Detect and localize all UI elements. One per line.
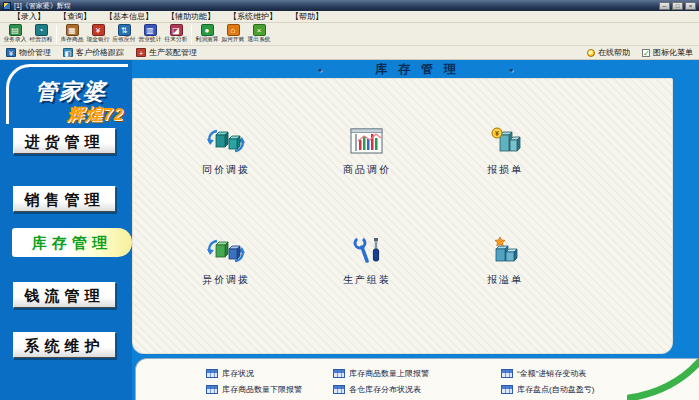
toolbar-how-to-open[interactable]: ⌂ 如何开账 bbox=[220, 24, 246, 45]
feature-label: 报溢单 bbox=[445, 273, 565, 287]
feature-label: 异价调拨 bbox=[166, 273, 286, 287]
window-title: [1]《管家婆》辉煌 bbox=[14, 1, 656, 10]
secondary-toolbar: ¥ 物价管理 ◧ 客户价格跟踪 + 生产装配管理 在线帮助 ✓ 图标化菜单 bbox=[0, 46, 699, 60]
toolbar-stock-goods[interactable]: ▦ 库存商品 bbox=[59, 24, 85, 45]
toolbar-customer-price-tracking[interactable]: ◧ 客户价格跟踪 bbox=[63, 47, 124, 58]
price-management-icon: ¥ bbox=[6, 48, 16, 57]
feature-label: 商品调价 bbox=[307, 163, 427, 177]
page-header: ● 库存管理 ● bbox=[132, 60, 699, 78]
toolbar-history[interactable]: ◔ 经营历程 bbox=[28, 24, 54, 45]
link-label: 各仓库存分布状况表 bbox=[349, 384, 421, 395]
production-assembly-icon bbox=[350, 236, 384, 266]
toolbar-label: 客户价格跟踪 bbox=[76, 47, 124, 58]
toolbar-label: 往来分析 bbox=[165, 36, 188, 43]
menu-help[interactable]: 【帮助】 bbox=[284, 11, 330, 23]
toolbar-label: 业务录入 bbox=[4, 36, 27, 43]
feature-goods-price-adjust[interactable]: 商品调价 bbox=[307, 126, 427, 177]
feature-same-price-transfer[interactable]: 同价调拨 bbox=[166, 126, 286, 177]
sidebar-item-cashflow[interactable]: 钱流管理 bbox=[13, 282, 116, 308]
main-toolbar: ▤ 业务录入 ◔ 经营历程 ▦ 库存商品 ¥ 现金银行 ⇅ 应收应付 ▥ 营业统… bbox=[0, 23, 699, 46]
report-table-icon bbox=[501, 369, 513, 378]
toolbar-label: 现金银行 bbox=[87, 36, 110, 43]
online-help[interactable]: 在线帮助 bbox=[587, 47, 630, 58]
report-table-icon bbox=[501, 385, 513, 394]
toolbar-label: 生产装配管理 bbox=[149, 47, 197, 58]
statistics-icon: ▥ bbox=[144, 24, 157, 36]
toolbar-separator bbox=[191, 25, 192, 44]
close-button[interactable]: × bbox=[685, 2, 696, 10]
feature-label: 同价调拨 bbox=[166, 163, 286, 177]
menu-basic-info[interactable]: 【基本信息】 bbox=[98, 11, 160, 23]
business-entry-icon: ▤ bbox=[9, 24, 22, 36]
toolbar-separator bbox=[56, 25, 57, 44]
feature-production-assembly[interactable]: 生产组装 bbox=[307, 236, 427, 287]
toolbar-label: 如何开账 bbox=[222, 36, 245, 43]
toolbar-label: 应收应付 bbox=[113, 36, 136, 43]
icon-menu-toggle[interactable]: ✓ 图标化菜单 bbox=[642, 47, 693, 58]
analysis-icon: ◪ bbox=[170, 24, 183, 36]
minimize-button[interactable]: ─ bbox=[659, 2, 670, 10]
overflow-report-icon bbox=[488, 236, 522, 266]
toolbar-analysis[interactable]: ◪ 往来分析 bbox=[163, 24, 189, 45]
link-label: 库存商品数量下限报警 bbox=[222, 384, 302, 395]
how-to-open-icon: ⌂ bbox=[227, 24, 240, 36]
toolbar-business-entry[interactable]: ▤ 业务录入 bbox=[2, 24, 28, 45]
report-links-strip: 库存状况 库存商品数量上限报警 “金额”进销存变动表 库存商品数量下限报警 各仓… bbox=[135, 358, 699, 400]
toolbar-label: 物价管理 bbox=[19, 47, 51, 58]
menu-query[interactable]: 【查询】 bbox=[52, 11, 98, 23]
help-bulb-icon bbox=[587, 49, 595, 57]
menu-entry[interactable]: 【录入】 bbox=[6, 11, 52, 23]
online-help-label: 在线帮助 bbox=[598, 47, 630, 58]
sidebar-item-maintenance[interactable]: 系统维护 bbox=[13, 332, 116, 358]
link-label: 库存盘点(自动盘盈亏) bbox=[517, 384, 594, 395]
feature-label: 报损单 bbox=[445, 163, 565, 177]
toolbar-statistics[interactable]: ▥ 营业统计 bbox=[137, 24, 163, 45]
customer-price-tracking-icon: ◧ bbox=[63, 48, 73, 57]
menu-aux-functions[interactable]: 【辅助功能】 bbox=[160, 11, 222, 23]
receivable-payable-icon: ⇅ bbox=[118, 24, 131, 36]
checkbox-label: 图标化菜单 bbox=[653, 47, 693, 58]
link-lower-limit-alarm[interactable]: 库存商品数量下限报警 bbox=[206, 381, 333, 397]
report-table-icon bbox=[333, 369, 345, 378]
toolbar-assembly-management[interactable]: + 生产装配管理 bbox=[136, 47, 197, 58]
report-table-icon bbox=[206, 385, 218, 394]
assembly-management-icon: + bbox=[136, 48, 146, 57]
svg-text:¥: ¥ bbox=[495, 130, 499, 137]
link-inventory-status[interactable]: 库存状况 bbox=[206, 365, 333, 381]
checkbox-icon[interactable]: ✓ bbox=[642, 49, 650, 57]
toolbar-cash-bank[interactable]: ¥ 现金银行 bbox=[85, 24, 111, 45]
toolbar-label: 利润测算 bbox=[196, 36, 219, 43]
toolbar-profit[interactable]: ● 利润测算 bbox=[194, 24, 220, 45]
corner-swoosh-decoration bbox=[627, 356, 699, 400]
app-icon bbox=[3, 2, 11, 10]
toolbar-label: 库存商品 bbox=[61, 36, 84, 43]
toolbar-exit-system[interactable]: × 退出系统 bbox=[246, 24, 272, 45]
app-window: { "colors": { "accent_blue": "#0e80d6", … bbox=[0, 0, 699, 400]
toolbar-receivable-payable[interactable]: ⇅ 应收应付 bbox=[111, 24, 137, 45]
feature-overflow-report[interactable]: 报溢单 bbox=[445, 236, 565, 287]
sidebar-item-purchase[interactable]: 进货管理 bbox=[13, 128, 116, 154]
history-icon: ◔ bbox=[35, 24, 48, 36]
link-upper-limit-alarm[interactable]: 库存商品数量上限报警 bbox=[333, 365, 501, 381]
header-bullet-icon: ● bbox=[318, 66, 322, 73]
feature-diff-price-transfer[interactable]: 异价调拨 bbox=[166, 236, 286, 287]
header-bullet-icon: ● bbox=[509, 66, 513, 73]
toolbar-price-management[interactable]: ¥ 物价管理 bbox=[6, 47, 51, 58]
toolbar-label: 营业统计 bbox=[139, 36, 162, 43]
brand-version: 辉煌72 bbox=[67, 103, 124, 126]
title-bar: [1]《管家婆》辉煌 ─ □ × bbox=[0, 0, 699, 11]
feature-damage-report[interactable]: ¥ 报损单 bbox=[445, 126, 565, 177]
sidebar-item-inventory[interactable]: 库存管理 bbox=[12, 228, 132, 257]
same-price-transfer-icon bbox=[207, 126, 245, 156]
feature-label: 生产组装 bbox=[307, 273, 427, 287]
report-table-icon bbox=[206, 369, 218, 378]
report-table-icon bbox=[333, 385, 345, 394]
link-label: 库存状况 bbox=[222, 368, 254, 379]
link-warehouse-distribution[interactable]: 各仓库存分布状况表 bbox=[333, 381, 501, 397]
sidebar-item-sales[interactable]: 销售管理 bbox=[13, 186, 116, 212]
maximize-button[interactable]: □ bbox=[672, 2, 683, 10]
main-region: 管家婆 辉煌72 进货管理 销售管理 库存管理 钱流管理 系统维护 ● 库存管理… bbox=[0, 60, 699, 400]
menu-system-maintenance[interactable]: 【系统维护】 bbox=[222, 11, 284, 23]
logo-frame: 管家婆 辉煌72 bbox=[6, 64, 128, 124]
feature-panel: 同价调拨 商品调价 bbox=[132, 78, 673, 354]
